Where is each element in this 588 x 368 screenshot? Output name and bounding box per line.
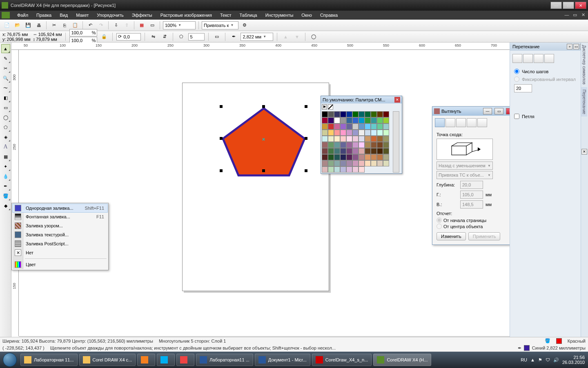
selection-handle[interactable] [305, 105, 307, 108]
color-swatch[interactable] [371, 111, 377, 117]
color-swatch[interactable] [359, 166, 365, 173]
color-swatch[interactable] [359, 148, 365, 154]
taskbar-item[interactable]: Лабораторная 11... [20, 354, 78, 366]
selection-handle[interactable] [220, 169, 223, 172]
to-front-button[interactable]: ▲ [281, 32, 290, 41]
selection-handle[interactable] [262, 105, 265, 108]
color-swatch[interactable] [377, 123, 383, 130]
color-swatch[interactable] [334, 123, 340, 130]
loop-checkbox[interactable] [514, 114, 519, 119]
color-swatch[interactable] [340, 136, 346, 142]
docker-collapse-button[interactable]: » [567, 44, 572, 49]
tray-icon[interactable]: 🛡 [546, 357, 550, 362]
extrude-tab-light[interactable] [456, 118, 466, 127]
to-back-button[interactable]: ▼ [292, 32, 301, 41]
selection-handle[interactable] [220, 105, 223, 108]
color-swatch[interactable] [328, 117, 334, 123]
blend-tab-color[interactable] [534, 54, 543, 63]
color-swatch[interactable] [322, 166, 328, 173]
fill-swatch[interactable] [556, 338, 562, 344]
blend-tab-steps[interactable] [512, 54, 522, 63]
steps-input[interactable]: 20 [514, 84, 532, 92]
eyedropper-tool[interactable]: 💧 [1, 172, 10, 181]
menu-bitmaps[interactable]: Растровые изображения [156, 11, 216, 19]
color-swatch[interactable] [334, 160, 340, 166]
color-swatch[interactable] [383, 148, 389, 154]
palette-titlebar[interactable]: По умолчанию: Палитра СМ... ✕ [321, 96, 402, 103]
basic-shapes-tool[interactable]: ◈ [1, 132, 10, 141]
extrude-tab-rotation[interactable] [445, 118, 455, 127]
color-swatch[interactable] [365, 142, 371, 148]
color-swatch[interactable] [346, 123, 352, 130]
color-swatch[interactable] [340, 160, 346, 166]
selection-handle[interactable] [305, 169, 307, 172]
color-swatch[interactable] [334, 111, 340, 117]
color-swatch[interactable] [371, 130, 377, 136]
blend-tab-accel[interactable] [523, 54, 533, 63]
options-button[interactable]: ⚙ [240, 21, 249, 30]
outline-swatch[interactable] [524, 345, 530, 351]
menu-postscript-fill[interactable]: Заливка PostScript... [13, 239, 107, 248]
interactive-fill-tool[interactable]: ◆ [1, 201, 10, 210]
taskbar-item[interactable]: CorelDraw_X4_s_n... [312, 354, 372, 366]
open-button[interactable]: 📂 [13, 21, 22, 30]
color-swatch[interactable] [334, 117, 340, 123]
color-swatch[interactable] [365, 160, 371, 166]
color-swatch[interactable] [352, 166, 359, 173]
taskbar-item[interactable] [137, 354, 155, 366]
color-swatch[interactable] [377, 111, 383, 117]
menu-window[interactable]: Окно [297, 11, 316, 19]
cut-button[interactable]: ✂ [49, 21, 58, 30]
color-swatch[interactable] [383, 136, 389, 142]
extrude-type-select[interactable]: Назад с уменьшением▼ [437, 162, 493, 170]
convert-curves-button[interactable]: ◯ [309, 32, 318, 41]
color-swatch[interactable] [328, 148, 334, 154]
menu-color[interactable]: Цвет [13, 260, 107, 269]
print-button[interactable]: 🖶 [34, 21, 43, 30]
color-swatch[interactable] [346, 117, 352, 123]
taskbar-item[interactable] [157, 354, 175, 366]
menu-arrange[interactable]: Упорядочить [93, 11, 127, 19]
scale-x-input[interactable]: 100,0% [69, 29, 97, 36]
color-swatch[interactable] [328, 136, 334, 142]
edit-button[interactable]: Изменить [437, 232, 466, 240]
blend-tab-misc[interactable] [544, 54, 554, 63]
interactive-tool[interactable]: ✦ [1, 162, 10, 171]
ref-page-origin-radio[interactable]: От начала страницы [437, 218, 512, 223]
h-input[interactable]: 105,0 [460, 191, 483, 199]
crop-tool[interactable]: ✂ [1, 64, 10, 73]
sides-input[interactable]: 5 [188, 33, 205, 40]
freehand-tool[interactable]: 〜 [1, 83, 10, 92]
color-swatch[interactable] [383, 117, 389, 123]
color-swatch[interactable] [346, 142, 352, 148]
menu-view[interactable]: Вид [56, 11, 72, 19]
close-button[interactable]: ✕ [575, 2, 586, 9]
start-button[interactable] [0, 352, 20, 368]
apply-button[interactable]: Применить [468, 232, 501, 240]
color-swatch[interactable] [352, 160, 359, 166]
color-swatch[interactable] [328, 130, 334, 136]
palette-close-button[interactable]: ✕ [394, 97, 400, 103]
no-color-swatch[interactable] [328, 104, 333, 110]
color-swatch[interactable] [377, 154, 383, 160]
color-swatch[interactable] [340, 166, 346, 173]
color-swatch[interactable] [359, 136, 365, 142]
copy-button[interactable]: ⎘ [60, 21, 69, 30]
snap-combo[interactable]: Привязать к▼ [202, 21, 238, 29]
pick-tool[interactable]: ▲ [1, 44, 10, 53]
color-swatch[interactable] [359, 130, 365, 136]
taskbar-item[interactable]: CorelDRAW X4 (Н... [373, 354, 431, 366]
mdi-close[interactable]: ✕ [580, 12, 586, 18]
color-swatch[interactable] [359, 160, 365, 166]
new-button[interactable]: 📄 [2, 21, 11, 30]
color-swatch[interactable] [346, 111, 352, 117]
extrude-vp-lock-select[interactable]: Привязка ТС к объе...▼ [437, 171, 493, 179]
extrude-minimize[interactable]: — [483, 108, 492, 114]
ellipse-tool[interactable]: ◯ [1, 113, 10, 122]
docker-tab-symbols[interactable]: Диспетчер символов [581, 43, 587, 87]
mdi-minimize[interactable]: — [564, 12, 570, 18]
color-swatch[interactable] [334, 154, 340, 160]
mirror-h-button[interactable]: ⇋ [149, 32, 158, 41]
color-swatch[interactable] [334, 166, 340, 173]
color-swatch[interactable] [340, 148, 346, 154]
